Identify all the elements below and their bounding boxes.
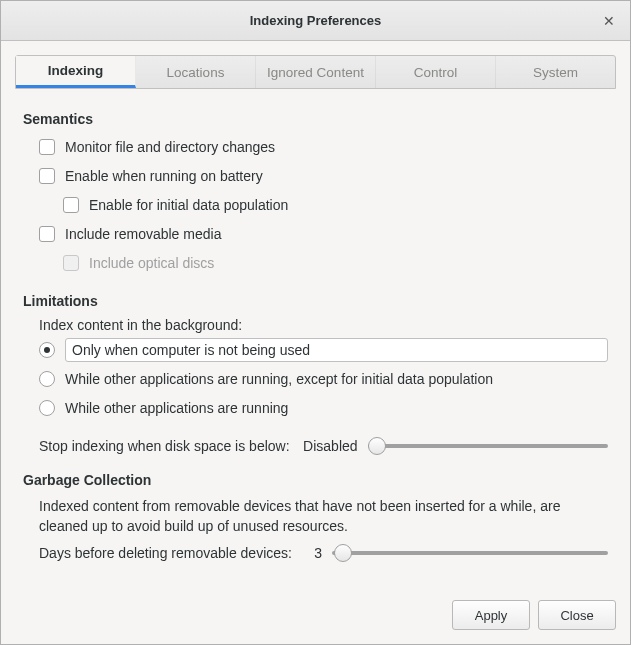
checkbox-include-removable[interactable] xyxy=(39,226,55,242)
text-gc-explain: Indexed content from removable devices t… xyxy=(39,496,608,537)
radio-bg-except-initial[interactable] xyxy=(39,371,55,387)
row-disk-space: Stop indexing when disk space is below: … xyxy=(39,438,608,454)
value-gc-days: 3 xyxy=(302,545,322,561)
checkbox-enable-battery[interactable] xyxy=(39,168,55,184)
label-monitor-changes: Monitor file and directory changes xyxy=(65,139,275,155)
titlebar: Indexing Preferences ✕ xyxy=(1,1,630,41)
tab-control[interactable]: Control xyxy=(376,56,496,88)
tab-panel-indexing: Semantics Monitor file and directory cha… xyxy=(15,89,616,582)
label-disk-space: Stop indexing when disk space is below: xyxy=(39,438,290,454)
label-include-removable: Include removable media xyxy=(65,226,221,242)
row-bg-option-2: While other applications are running xyxy=(39,396,608,420)
label-bg-idle: Only when computer is not being used xyxy=(65,338,608,362)
section-gc-header: Garbage Collection xyxy=(23,472,608,488)
value-disk-space: Disabled xyxy=(300,438,358,454)
label-bg-except-initial: While other applications are running, ex… xyxy=(65,371,493,387)
row-gc-days: Days before deleting removable devices: … xyxy=(39,545,608,561)
close-icon[interactable]: ✕ xyxy=(600,12,618,30)
window-title: Indexing Preferences xyxy=(250,13,382,28)
label-initial-population: Enable for initial data population xyxy=(89,197,288,213)
radio-bg-always[interactable] xyxy=(39,400,55,416)
checkbox-initial-population[interactable] xyxy=(63,197,79,213)
button-bar: Apply Close xyxy=(1,590,630,644)
apply-button[interactable]: Apply xyxy=(452,600,530,630)
tab-system[interactable]: System xyxy=(496,56,615,88)
tab-ignored-content[interactable]: Ignored Content xyxy=(256,56,376,88)
slider-thumb-gc[interactable] xyxy=(334,544,352,562)
close-button[interactable]: Close xyxy=(538,600,616,630)
row-include-removable: Include removable media xyxy=(39,222,608,246)
label-index-background: Index content in the background: xyxy=(39,317,608,333)
radio-bg-idle[interactable] xyxy=(39,342,55,358)
checkbox-include-optical xyxy=(63,255,79,271)
tab-indexing[interactable]: Indexing xyxy=(16,56,136,88)
row-include-optical: Include optical discs xyxy=(63,251,608,275)
slider-gc-days[interactable] xyxy=(332,551,608,555)
preferences-window: Indexing Preferences ✕ Indexing Location… xyxy=(0,0,631,645)
row-bg-option-0: Only when computer is not being used xyxy=(39,338,608,362)
slider-thumb-disk[interactable] xyxy=(368,437,386,455)
row-bg-option-1: While other applications are running, ex… xyxy=(39,367,608,391)
row-monitor-changes: Monitor file and directory changes xyxy=(39,135,608,159)
row-initial-population: Enable for initial data population xyxy=(63,193,608,217)
slider-disk-space[interactable] xyxy=(368,444,608,448)
label-bg-always: While other applications are running xyxy=(65,400,288,416)
tabbar: Indexing Locations Ignored Content Contr… xyxy=(15,55,616,89)
row-enable-battery: Enable when running on battery xyxy=(39,164,608,188)
section-limitations-header: Limitations xyxy=(23,293,608,309)
tab-locations[interactable]: Locations xyxy=(136,56,256,88)
checkbox-monitor-changes[interactable] xyxy=(39,139,55,155)
label-enable-battery: Enable when running on battery xyxy=(65,168,263,184)
section-semantics-header: Semantics xyxy=(23,111,608,127)
label-include-optical: Include optical discs xyxy=(89,255,214,271)
content-area: Indexing Locations Ignored Content Contr… xyxy=(1,41,630,590)
label-gc-days: Days before deleting removable devices: xyxy=(39,545,292,561)
